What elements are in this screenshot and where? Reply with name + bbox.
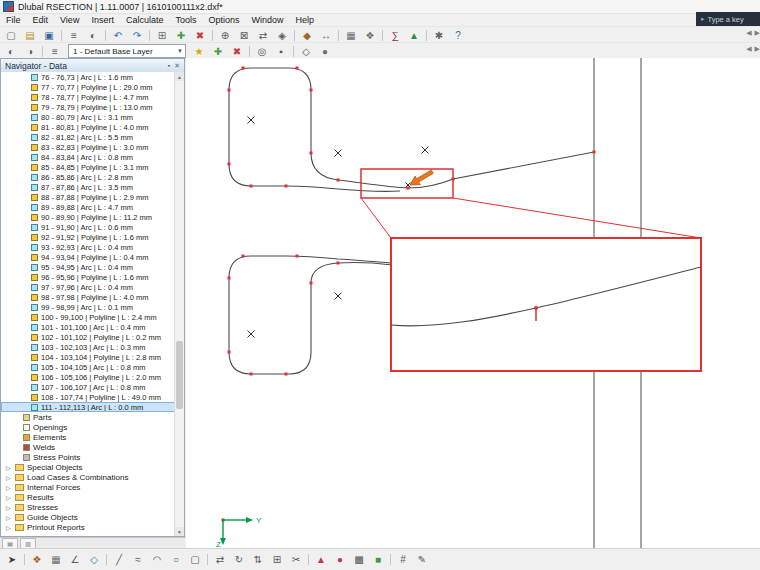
tree-item[interactable]: 93 - 92,93 | Arc | L : 0.4 mm bbox=[1, 242, 175, 252]
measure-icon[interactable]: ◆ bbox=[298, 27, 316, 44]
tree-item[interactable]: 85 - 84,85 | Polyline | L : 3.1 mm bbox=[1, 162, 175, 172]
tables-icon[interactable]: ⊞ bbox=[153, 27, 171, 44]
numbering-icon[interactable]: # bbox=[394, 551, 412, 568]
screenshot-icon[interactable]: ◐ bbox=[84, 27, 102, 44]
pin-icon[interactable]: ▪ bbox=[168, 62, 170, 69]
tree-item[interactable]: 90 - 89,90 | Polyline | L : 11.2 mm bbox=[1, 212, 175, 222]
tree-section[interactable]: ▷ Special Objects bbox=[1, 462, 175, 472]
lock-layer-icon[interactable]: ▪ bbox=[272, 43, 290, 60]
mirror-icon[interactable]: ⇅ bbox=[249, 551, 267, 568]
tree-node[interactable]: Welds bbox=[1, 442, 175, 452]
grid-icon[interactable]: ▦ bbox=[342, 27, 360, 44]
trim-icon[interactable]: ✂ bbox=[287, 551, 305, 568]
tree-item[interactable]: 78 - 78,77 | Polyline | L : 4.7 mm bbox=[1, 92, 175, 102]
tree-item[interactable]: 82 - 81,82 | Arc | L : 5.5 mm bbox=[1, 132, 175, 142]
toolbar-prev-icon[interactable]: ◀ bbox=[746, 45, 751, 53]
scroll-up-icon[interactable]: ▲ bbox=[175, 72, 184, 81]
menu-view[interactable]: View bbox=[54, 14, 85, 26]
tree-item[interactable]: 111 - 112,113 | Arc | L : 0.0 mm bbox=[1, 402, 175, 412]
tree-item[interactable]: 89 - 89,88 | Arc | L : 4.7 mm bbox=[1, 202, 175, 212]
tree-section[interactable]: ▷ Load Cases & Combinations bbox=[1, 472, 175, 482]
tree-item[interactable]: 86 - 85,86 | Arc | L : 2.8 mm bbox=[1, 172, 175, 182]
copy-icon[interactable]: ⊞ bbox=[268, 551, 286, 568]
results-icon[interactable]: ▲ bbox=[405, 27, 423, 44]
tree-item[interactable]: 108 - 107,74 | Polyline | L : 49.0 mm bbox=[1, 392, 175, 402]
command-search[interactable]: ▸ Type a key bbox=[696, 12, 760, 26]
undo-icon[interactable]: ↶ bbox=[109, 27, 127, 44]
circle-tool-icon[interactable]: ○ bbox=[167, 551, 185, 568]
drawing-canvas[interactable]: Y Z bbox=[186, 58, 760, 548]
redo-icon[interactable]: ↷ bbox=[128, 27, 146, 44]
comment-icon[interactable]: ✎ bbox=[413, 551, 431, 568]
save-icon[interactable]: ▣ bbox=[40, 27, 58, 44]
toolbar-next-icon[interactable]: ▶ bbox=[755, 29, 760, 37]
tree-item[interactable]: 106 - 105,106 | Polyline | L : 2.0 mm bbox=[1, 372, 175, 382]
help-icon[interactable]: ? bbox=[449, 27, 467, 44]
weld-tool-icon[interactable]: ▲ bbox=[312, 551, 330, 568]
scroll-down-icon[interactable]: ▼ bbox=[175, 527, 184, 536]
tree-item[interactable]: 98 - 97,98 | Polyline | L : 4.0 mm bbox=[1, 292, 175, 302]
navigator-scrollbar[interactable]: ▲ ▼ bbox=[174, 72, 184, 536]
calculate-icon[interactable]: ∑ bbox=[386, 27, 404, 44]
tree-item[interactable]: 105 - 104,105 | Arc | L : 0.8 mm bbox=[1, 362, 175, 372]
snap-points-icon[interactable]: ❖ bbox=[28, 551, 46, 568]
tree-node[interactable]: Parts bbox=[1, 412, 175, 422]
menu-window[interactable]: Window bbox=[245, 14, 289, 26]
menu-help[interactable]: Help bbox=[290, 14, 321, 26]
display-properties-icon[interactable]: ◐ bbox=[2, 43, 20, 60]
tree-section[interactable]: ▷ Internal Forces bbox=[1, 482, 175, 492]
favorite-layer-icon[interactable]: ★ bbox=[190, 43, 208, 60]
tree-item[interactable]: 107 - 106,107 | Arc | L : 0.8 mm bbox=[1, 382, 175, 392]
tree-node[interactable]: Openings bbox=[1, 422, 175, 432]
tree-item[interactable]: 88 - 87,88 | Polyline | L : 2.9 mm bbox=[1, 192, 175, 202]
zoom-all-icon[interactable]: ⊕ bbox=[216, 27, 234, 44]
tree-item[interactable]: 103 - 102,103 | Arc | L : 0.3 mm bbox=[1, 342, 175, 352]
toolbar-next-icon[interactable]: ▶ bbox=[755, 45, 760, 53]
tree-item[interactable]: 99 - 98,99 | Arc | L : 0.1 mm bbox=[1, 302, 175, 312]
menu-edit[interactable]: Edit bbox=[27, 14, 55, 26]
menu-options[interactable]: Options bbox=[202, 14, 245, 26]
tree-item[interactable]: 100 - 99,100 | Polyline | L : 2.4 mm bbox=[1, 312, 175, 322]
generate-icon[interactable]: ✚ bbox=[172, 27, 190, 44]
tree-item[interactable]: 83 - 82,83 | Polyline | L : 3.0 mm bbox=[1, 142, 175, 152]
toolbar-prev-icon[interactable]: ◀ bbox=[746, 29, 751, 37]
tree-item[interactable]: 95 - 94,95 | Arc | L : 0.4 mm bbox=[1, 262, 175, 272]
polyline-tool-icon[interactable]: ≈ bbox=[129, 551, 147, 568]
close-icon[interactable]: ✕ bbox=[174, 62, 180, 70]
menu-insert[interactable]: Insert bbox=[85, 14, 120, 26]
tree-item[interactable]: 101 - 101,100 | Arc | L : 0.4 mm bbox=[1, 322, 175, 332]
layer-list-icon[interactable]: ≡ bbox=[46, 43, 64, 60]
rectangle-tool-icon[interactable]: ▢ bbox=[186, 551, 204, 568]
tree-item[interactable]: 87 - 87,86 | Arc | L : 3.5 mm bbox=[1, 182, 175, 192]
zoom-window-icon[interactable]: ⊠ bbox=[235, 27, 253, 44]
menu-tools[interactable]: Tools bbox=[169, 14, 202, 26]
rotate-icon[interactable]: ↻ bbox=[230, 551, 248, 568]
print-icon[interactable]: ≡ bbox=[65, 27, 83, 44]
tree-section[interactable]: ▷ Printout Reports bbox=[1, 522, 175, 532]
ortho-icon[interactable]: ∠ bbox=[66, 551, 84, 568]
settings-icon[interactable]: ✱ bbox=[430, 27, 448, 44]
guide-object-icon[interactable]: ◇ bbox=[297, 43, 315, 60]
points-icon[interactable]: ● bbox=[316, 43, 334, 60]
tree-item[interactable]: 80 - 80,79 | Arc | L : 3.1 mm bbox=[1, 112, 175, 122]
delete-icon[interactable]: ✖ bbox=[191, 27, 209, 44]
tree-item[interactable]: 96 - 95,96 | Polyline | L : 1.6 mm bbox=[1, 272, 175, 282]
tree-section[interactable]: ▷ Stresses bbox=[1, 502, 175, 512]
isometric-view-icon[interactable]: ◈ bbox=[273, 27, 291, 44]
pan-view-icon[interactable]: ⇄ bbox=[254, 27, 272, 44]
delete-layer-icon[interactable]: ✖ bbox=[228, 43, 246, 60]
line-tool-icon[interactable]: ╱ bbox=[110, 551, 128, 568]
tree-item[interactable]: 94 - 93,94 | Polyline | L : 0.4 mm bbox=[1, 252, 175, 262]
navigator-header[interactable]: Navigator - Data ▪ ✕ bbox=[1, 59, 184, 73]
grid-toggle-icon[interactable]: ▦ bbox=[47, 551, 65, 568]
snap-icon[interactable]: ❖ bbox=[361, 27, 379, 44]
select-pointer-icon[interactable]: ➤ bbox=[3, 551, 21, 568]
tree-node[interactable]: Stress Points bbox=[1, 452, 175, 462]
open-file-icon[interactable]: ▤ bbox=[21, 27, 39, 44]
tree-section[interactable]: ▷ Results bbox=[1, 492, 175, 502]
dimension-icon[interactable]: ↔ bbox=[317, 27, 335, 44]
tree-item[interactable]: 77 - 70,77 | Polyline | L : 29.0 mm bbox=[1, 82, 175, 92]
tree-item[interactable]: 102 - 101,102 | Polyline | L : 0.2 mm bbox=[1, 332, 175, 342]
layer-select[interactable]: 1 - Default Base Layer ▼ bbox=[68, 44, 186, 58]
menu-calculate[interactable]: Calculate bbox=[120, 14, 170, 26]
